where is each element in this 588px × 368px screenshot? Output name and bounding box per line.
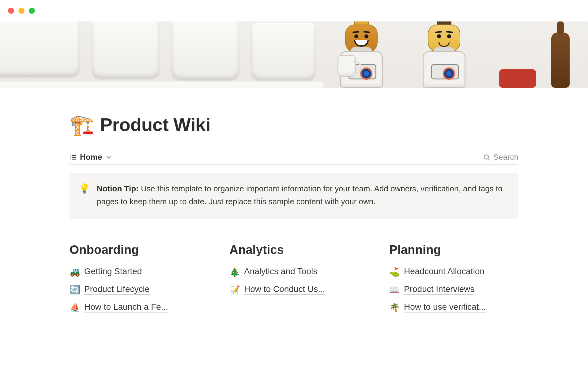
page-cover-image[interactable] <box>0 21 588 88</box>
column-onboarding: Onboarding 🚜 Getting Started 🔄 Product L… <box>70 243 199 320</box>
search-button[interactable]: Search <box>483 152 518 162</box>
page-link[interactable]: 📖 Product Interviews <box>389 284 518 295</box>
svg-point-3 <box>70 155 71 156</box>
columns-container: Onboarding 🚜 Getting Started 🔄 Product L… <box>70 243 518 320</box>
page-link[interactable]: 🚜 Getting Started <box>70 266 199 277</box>
page-link[interactable]: ⛳ Headcount Allocation <box>389 266 518 277</box>
column-heading[interactable]: Onboarding <box>70 243 199 257</box>
page-link[interactable]: 🌴 How to use verificat... <box>389 302 518 312</box>
page-link-label: Product Interviews <box>404 284 474 295</box>
svg-line-7 <box>488 159 489 160</box>
chevron-down-icon <box>105 154 112 161</box>
page-link[interactable]: 📝 How to Conduct Us... <box>229 284 359 295</box>
window-zoom-button[interactable] <box>29 8 35 14</box>
page-link-icon: 🚜 <box>70 267 80 277</box>
page-content: 🏗️ Product Wiki Home Search <box>70 88 518 320</box>
page-link-label: How to Conduct Us... <box>244 284 325 295</box>
database-view-bar: Home Search <box>70 152 518 165</box>
page-title[interactable]: Product Wiki <box>100 114 210 135</box>
column-heading[interactable]: Analytics <box>229 243 359 257</box>
page-link[interactable]: 🔄 Product Lifecycle <box>70 284 199 295</box>
callout-text: Notion Tip: Use this template to organiz… <box>97 182 506 208</box>
svg-point-4 <box>70 157 71 158</box>
lightbulb-icon: 💡 <box>79 182 90 208</box>
page-link-icon: ⛵ <box>70 302 80 312</box>
view-tab-label: Home <box>80 152 102 162</box>
column-planning: Planning ⛳ Headcount Allocation 📖 Produc… <box>389 243 518 320</box>
window-minimize-button[interactable] <box>18 8 24 14</box>
callout-title: Notion Tip: <box>97 184 139 193</box>
window-titlebar <box>0 0 588 21</box>
page-link-label: Headcount Allocation <box>404 266 484 277</box>
callout-block[interactable]: 💡 Notion Tip: Use this template to organ… <box>70 173 518 219</box>
page-link-icon: 📝 <box>229 285 240 295</box>
column-analytics: Analytics 🎄 Analytics and Tools 📝 How to… <box>229 243 359 320</box>
page-link[interactable]: ⛵ How to Launch a Fe... <box>70 302 199 312</box>
search-icon <box>483 154 490 161</box>
list-icon <box>70 154 77 161</box>
page-link-label: How to use verificat... <box>404 302 486 312</box>
view-tab-home[interactable]: Home <box>70 152 112 162</box>
column-heading[interactable]: Planning <box>389 243 518 257</box>
page-link-label: Analytics and Tools <box>244 266 317 277</box>
page-link-icon: ⛳ <box>389 267 400 277</box>
page-link-label: Product Lifecycle <box>84 284 149 295</box>
page-link-icon: 📖 <box>389 285 400 295</box>
page-link-icon: 🎄 <box>229 267 240 277</box>
page-link-icon: 🌴 <box>389 302 400 312</box>
page-link-icon: 🔄 <box>70 285 80 295</box>
page-link-label: Getting Started <box>84 266 142 277</box>
page-icon[interactable]: 🏗️ <box>70 115 95 135</box>
page-link[interactable]: 🎄 Analytics and Tools <box>229 266 359 277</box>
page-link-label: How to Launch a Fe... <box>84 302 168 312</box>
search-label: Search <box>493 152 518 162</box>
callout-body: Use this template to organize important … <box>97 184 503 206</box>
window-close-button[interactable] <box>8 8 14 14</box>
svg-point-5 <box>70 159 71 159</box>
